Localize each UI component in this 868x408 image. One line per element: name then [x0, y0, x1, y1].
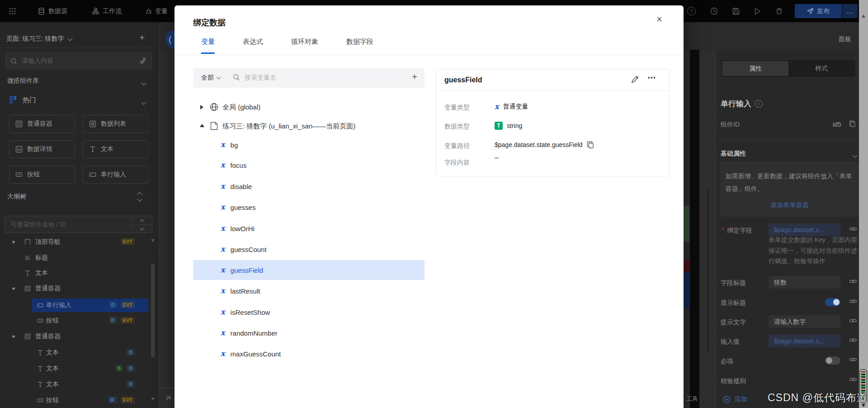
tree-scrollbar-thumb[interactable]: [151, 264, 155, 357]
help-icon[interactable]: ?: [687, 7, 696, 15]
bind-link-icon[interactable]: [849, 377, 857, 382]
chevron-down-icon[interactable]: [853, 151, 857, 158]
tree-row-text2[interactable]: 文本 D: [0, 346, 157, 360]
bind-link-icon[interactable]: [849, 279, 857, 284]
variable-row[interactable]: xlowOrHi: [193, 218, 425, 238]
scope-filter-select[interactable]: 全部: [201, 74, 220, 82]
menu-workflow[interactable]: 工作流: [92, 0, 122, 22]
tree-row-button[interactable]: 按钮 DEVT: [0, 314, 157, 327]
collapse-arrow-icon[interactable]: [12, 288, 15, 290]
chevron-down-icon[interactable]: [142, 98, 146, 106]
tab-loop-object[interactable]: 循环对象: [291, 38, 318, 46]
data-badge: D: [127, 380, 135, 388]
tree-page-label[interactable]: 练习三: 猜数字 (u_lian_xi_san——当前页面): [222, 122, 355, 131]
variable-row[interactable]: xguessCount: [193, 239, 425, 259]
prev-match-button[interactable]: [132, 216, 152, 225]
variable-row-selected[interactable]: xguessField: [193, 260, 425, 280]
component-picker-icon[interactable]: [140, 57, 147, 65]
collapse-arrow-icon[interactable]: [200, 124, 204, 127]
debug-icon[interactable]: [775, 7, 783, 15]
component-card-text[interactable]: 文本: [83, 140, 149, 158]
tree-row-container[interactable]: 普通容器: [0, 282, 157, 295]
panel-toggle[interactable]: 面板: [839, 35, 851, 43]
collapse-expand-icon[interactable]: [138, 193, 142, 201]
tree-global-label[interactable]: 全局 (global): [222, 103, 260, 112]
expand-arrow-icon[interactable]: [200, 105, 203, 109]
bind-link-icon[interactable]: [849, 337, 857, 343]
tree-row-title[interactable]: 标题: [0, 251, 157, 265]
chevron-down-icon[interactable]: [142, 78, 146, 86]
placeholder-input[interactable]: 请输入数字: [769, 315, 840, 328]
add-rule-button[interactable]: 添加: [723, 395, 747, 403]
variable-row[interactable]: xrandomNumber: [193, 323, 425, 343]
page-selector[interactable]: 页面: 练习三: 猜数字: [6, 35, 72, 43]
tab-variables[interactable]: 变量: [201, 38, 215, 46]
save-icon[interactable]: [732, 8, 740, 15]
bind-link-icon[interactable]: [849, 299, 857, 304]
component-search-input[interactable]: 请输入内容: [5, 53, 152, 69]
outline-search-nav: [132, 216, 152, 232]
tree-row-container2[interactable]: 普通容器: [0, 330, 157, 343]
component-card-datadetail[interactable]: 数据详情: [9, 140, 75, 158]
tab-expression[interactable]: 表达式: [243, 38, 263, 46]
tab-styles[interactable]: 样式: [788, 61, 854, 76]
variable-row[interactable]: xguesses: [193, 197, 425, 217]
canvas-scrollbar[interactable]: [707, 190, 709, 353]
tree-row-button2[interactable]: 按钮 IFEVT: [0, 394, 157, 407]
publish-more-button[interactable]: …: [842, 4, 858, 18]
variable-row[interactable]: xbg: [193, 135, 425, 155]
menu-variable[interactable]: fx 变量: [146, 0, 168, 22]
canvas-mode-button[interactable]: (: [165, 30, 175, 48]
outline-search-input[interactable]: 可搜索组件名称 / ID: [5, 216, 152, 233]
variable-row[interactable]: xdisable: [193, 176, 425, 196]
next-match-button[interactable]: [132, 225, 152, 232]
show-title-toggle[interactable]: [825, 298, 840, 306]
close-icon[interactable]: ×: [656, 14, 662, 25]
variable-row[interactable]: xisResetShow: [193, 302, 425, 322]
page-scrollbar[interactable]: [859, 0, 868, 408]
tab-properties[interactable]: 属性: [722, 61, 788, 76]
bind-field-input[interactable]: $page.dataset.s...: [769, 223, 840, 236]
tree-scroll-up-icon[interactable]: [151, 242, 155, 250]
history-icon[interactable]: [710, 7, 718, 15]
bind-link-icon[interactable]: [849, 226, 857, 232]
inspector-tabs: 属性 样式: [722, 60, 855, 77]
variable-row[interactable]: xfocus: [193, 155, 425, 175]
more-options-icon[interactable]: ⋯: [647, 73, 656, 83]
tree-row-text3[interactable]: 文本 SD: [0, 362, 157, 375]
tree-row-text[interactable]: 文本: [0, 266, 157, 280]
add-form-container-link[interactable]: 添加表单容器: [720, 201, 859, 209]
copy-icon[interactable]: [587, 141, 594, 148]
component-card-container[interactable]: 普通容器: [9, 115, 75, 133]
field-title-input[interactable]: 猜数: [769, 276, 840, 289]
edit-pencil-icon[interactable]: [631, 76, 639, 83]
bind-link-icon[interactable]: [849, 318, 857, 323]
scroll-up-icon[interactable]: [862, 14, 865, 18]
component-card-button[interactable]: 按钮: [9, 166, 75, 184]
add-page-button[interactable]: +: [139, 32, 145, 43]
info-icon[interactable]: i: [755, 100, 763, 108]
component-card-label: 按钮: [27, 171, 40, 179]
variable-row[interactable]: xmaxGuessCount: [193, 344, 425, 364]
tree-row-topnav[interactable]: 顶部导航 EVT: [0, 235, 157, 249]
required-toggle[interactable]: [825, 356, 840, 365]
preview-icon[interactable]: [754, 8, 761, 15]
expand-arrow-icon[interactable]: [13, 240, 15, 244]
tree-scroll-down-icon[interactable]: [151, 400, 155, 408]
copy-icon[interactable]: [849, 120, 856, 127]
component-card-datalist[interactable]: 数据列表: [83, 115, 149, 133]
tab-data-fields[interactable]: 数据字段: [346, 38, 373, 46]
app-grid-icon[interactable]: [9, 8, 16, 14]
show-title-label: 显示标题: [721, 299, 746, 307]
tree-row-input-selected[interactable]: 单行输入 DEVT: [0, 299, 157, 312]
tree-row-text4[interactable]: 文本 D: [0, 378, 157, 391]
bind-link-icon[interactable]: [849, 357, 857, 362]
collapse-arrow-icon[interactable]: [12, 336, 15, 338]
input-value-input[interactable]: $page.dataset.s...: [769, 335, 840, 347]
menu-datasource[interactable]: 数据源: [38, 0, 67, 22]
publish-button[interactable]: 发布: [795, 4, 842, 18]
variable-row[interactable]: xlastResult: [193, 281, 425, 301]
add-variable-button[interactable]: +: [412, 72, 417, 82]
component-card-input[interactable]: 单行输入: [83, 166, 149, 184]
variable-search-placeholder[interactable]: 搜索变量名: [245, 74, 276, 82]
